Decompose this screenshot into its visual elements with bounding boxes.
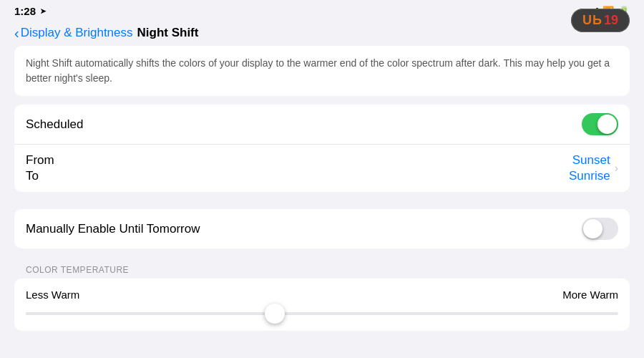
from-label: From [26, 153, 54, 168]
main-content: Night Shift automatically shifts the col… [0, 46, 644, 331]
more-warm-label: More Warm [562, 289, 618, 301]
time-display: 1:28 [14, 5, 36, 17]
back-button[interactable]: ‹ Display & Brightness [14, 26, 133, 40]
color-temp-section: COLOR TEMPERATURE Less Warm More Warm [14, 257, 630, 331]
color-temp-label: COLOR TEMPERATURE [26, 265, 129, 275]
back-label: Display & Brightness [21, 26, 133, 40]
info-card: Night Shift automatically shifts the col… [14, 46, 630, 96]
scheduled-section: Scheduled From To Sunset Sunrise › [14, 105, 630, 192]
manual-toggle[interactable] [582, 218, 618, 240]
info-text: Night Shift automatically shifts the col… [26, 56, 618, 86]
status-bar: 1:28 ➤ 📶 🔋 [0, 0, 644, 20]
status-time: 1:28 ➤ [14, 5, 46, 17]
section-divider [14, 192, 630, 200]
page-title: Night Shift [137, 26, 199, 40]
scheduled-toggle[interactable] [582, 113, 618, 135]
slider-thumb[interactable] [265, 304, 285, 324]
less-warm-label: Less Warm [26, 289, 79, 301]
badge-text-orange: UЬ [582, 13, 602, 28]
temperature-slider[interactable] [26, 306, 618, 321]
corner-badge: UЬ 19 [571, 9, 630, 32]
from-to-row[interactable]: From To Sunset Sunrise › [14, 145, 630, 192]
slider-track [26, 312, 618, 315]
manual-label: Manually Enable Until Tomorrow [26, 222, 200, 236]
back-chevron-icon: ‹ [14, 26, 19, 40]
color-temp-header: COLOR TEMPERATURE [14, 257, 630, 279]
from-to-labels: From To [26, 153, 54, 183]
location-arrow-icon: ➤ [40, 7, 46, 15]
color-temp-body: Less Warm More Warm [14, 279, 630, 331]
warmth-labels: Less Warm More Warm [26, 289, 618, 301]
manual-toggle-thumb [583, 219, 602, 238]
badge-text-red: 19 [604, 13, 618, 28]
from-to-values: Sunset Sunrise › [569, 153, 618, 183]
scheduled-label: Scheduled [26, 117, 83, 132]
from-value: Sunset [569, 153, 610, 168]
slider-fill [26, 312, 293, 315]
toggle-thumb [597, 115, 617, 134]
chevron-right-icon: › [615, 162, 618, 175]
to-value: Sunrise [569, 169, 610, 183]
from-to-value-col: Sunset Sunrise [569, 153, 610, 183]
scheduled-row: Scheduled [14, 105, 630, 145]
to-label: To [26, 169, 54, 183]
nav-bar: ‹ Display & Brightness Night Shift [0, 20, 644, 46]
manual-row: Manually Enable Until Tomorrow [14, 209, 630, 248]
manual-section: Manually Enable Until Tomorrow [14, 209, 630, 248]
